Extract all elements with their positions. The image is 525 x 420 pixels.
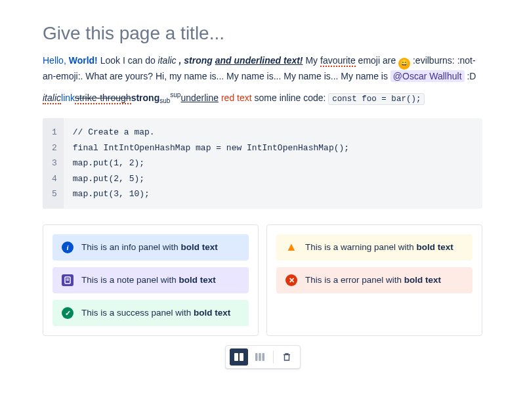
plain-text: :D — [467, 71, 476, 81]
editor-page: Give this page a title... Hello, World! … — [0, 0, 525, 420]
italic-text: italic — [158, 55, 179, 66]
code-gutter: 1 2 3 4 5 — [43, 118, 64, 209]
line-number: 2 — [43, 140, 64, 156]
error-icon: ✕ — [285, 274, 297, 286]
success-panel[interactable]: ✓ This is a success panel with bold text — [52, 300, 249, 326]
info-panel[interactable]: i This is an info panel with bold text — [52, 234, 249, 261]
panel-text: This is a error panel with bold text — [305, 274, 441, 287]
svg-rect-6 — [259, 353, 261, 361]
code-line: map.put(3, 10); — [73, 186, 349, 202]
toolbar-divider — [273, 350, 274, 364]
strike-sample: strike-through — [75, 93, 131, 104]
line-number: 4 — [43, 171, 64, 187]
svg-rect-5 — [255, 353, 258, 361]
hello-text: Hello, — [43, 55, 66, 66]
warning-panel[interactable]: ▲ This is a warning panel with bold text — [276, 234, 472, 261]
user-mention[interactable]: @Oscar Wallhult — [390, 70, 465, 82]
layout-floating-toolbar — [225, 345, 301, 369]
svg-rect-3 — [234, 353, 238, 361]
inline-code: const foo = bar(); — [328, 93, 425, 105]
line-number: 5 — [43, 186, 64, 202]
spellcheck-word: favourite — [320, 55, 356, 67]
sup-sample: sup — [170, 91, 180, 98]
two-column-button[interactable] — [230, 348, 248, 366]
svg-rect-4 — [240, 353, 243, 361]
red-text-sample: red text — [219, 93, 254, 103]
panel-text: This is a note panel with bold text — [81, 274, 216, 287]
delete-layout-button[interactable] — [278, 348, 296, 366]
note-panel[interactable]: This is a note panel with bold text — [52, 267, 249, 293]
note-icon — [62, 274, 74, 286]
three-column-button[interactable] — [251, 348, 269, 366]
code-content[interactable]: // Create a map. final IntIntOpenHashMap… — [64, 118, 358, 209]
panel-text: This is a warning panel with bold text — [305, 241, 453, 254]
inline-code-label: some inline code: — [255, 93, 329, 103]
code-block[interactable]: 1 2 3 4 5 // Create a map. final IntIntO… — [43, 118, 482, 209]
underline-sample: underline — [180, 93, 219, 103]
paragraph-1[interactable]: Hello, World! Look I can do italic , str… — [43, 54, 482, 83]
code-line: map.put(2, 5); — [73, 171, 349, 187]
paragraph-2[interactable]: italiclinkstrike-throughstrongsubsupunde… — [43, 90, 482, 106]
svg-rect-7 — [262, 353, 264, 361]
grin-emoji-icon: 😄 — [398, 58, 410, 70]
italic-sample: italic — [43, 93, 61, 104]
two-column-layout: i This is an info panel with bold text T… — [43, 224, 482, 337]
plain-text: My — [305, 55, 320, 66]
success-icon: ✓ — [62, 307, 74, 319]
code-line: // Create a map. — [73, 125, 349, 140]
world-text: World! — [69, 55, 98, 66]
line-number: 1 — [43, 125, 64, 140]
underlined-strong-italic-text: and underlined text! — [215, 55, 303, 66]
info-icon: i — [62, 242, 74, 253]
code-line: map.put(1, 2); — [73, 156, 349, 171]
strong-sample: strong — [131, 93, 160, 103]
panel-text: This is an info panel with bold text — [81, 241, 218, 254]
plain-text: emoji are — [358, 55, 398, 66]
code-line: final IntIntOpenHashMap map = new IntInt… — [73, 140, 349, 156]
error-panel[interactable]: ✕ This is a error panel with bold text — [276, 267, 472, 293]
warning-icon: ▲ — [285, 242, 297, 253]
strong-text: , strong — [179, 55, 215, 66]
link-sample[interactable]: link — [61, 93, 75, 103]
page-title-input[interactable]: Give this page a title... — [43, 20, 482, 47]
line-number: 3 — [43, 156, 64, 171]
panel-text: This is a success panel with bold text — [81, 306, 230, 320]
plain-text: Look I can do — [100, 55, 158, 66]
column-right[interactable]: ▲ This is a warning panel with bold text… — [266, 224, 482, 337]
sub-sample: sub — [159, 98, 170, 105]
column-left[interactable]: i This is an info panel with bold text T… — [43, 224, 259, 337]
